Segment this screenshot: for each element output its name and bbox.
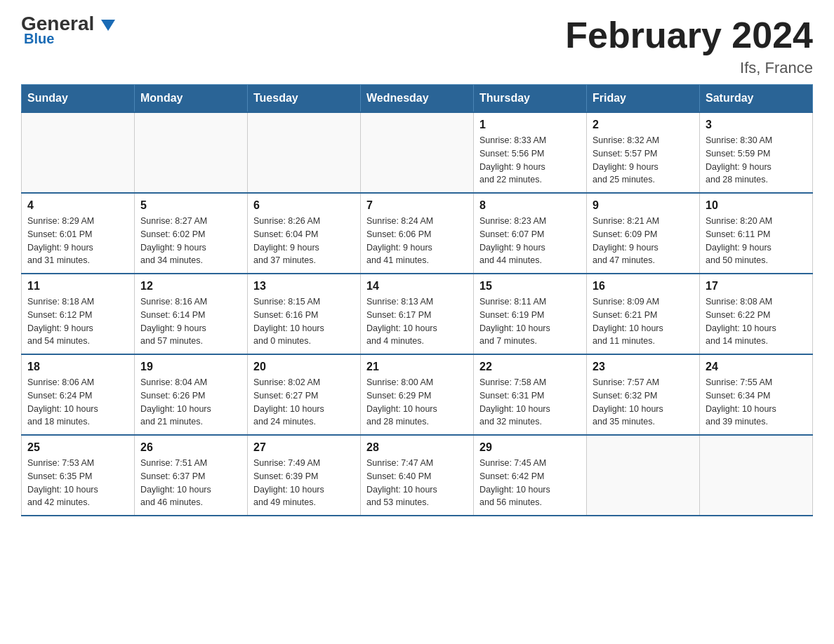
- calendar-cell: 15Sunrise: 8:11 AM Sunset: 6:19 PM Dayli…: [474, 274, 587, 354]
- calendar-cell: 16Sunrise: 8:09 AM Sunset: 6:21 PM Dayli…: [587, 274, 700, 354]
- title-area: February 2024 Ifs, France: [565, 14, 813, 77]
- calendar-cell: [700, 435, 813, 516]
- day-number: 10: [706, 199, 807, 212]
- day-number: 17: [706, 280, 807, 293]
- day-number: 15: [479, 280, 581, 293]
- day-info: Sunrise: 8:30 AM Sunset: 5:59 PM Dayligh…: [706, 134, 807, 187]
- week-row-4: 18Sunrise: 8:06 AM Sunset: 6:24 PM Dayli…: [22, 354, 813, 435]
- day-info: Sunrise: 8:27 AM Sunset: 6:02 PM Dayligh…: [140, 215, 241, 267]
- day-info: Sunrise: 8:09 AM Sunset: 6:21 PM Dayligh…: [593, 295, 694, 348]
- weekday-header-wednesday: Wednesday: [361, 85, 474, 113]
- weekday-header-friday: Friday: [587, 85, 700, 113]
- calendar-cell: [135, 112, 248, 193]
- calendar-cell: 25Sunrise: 7:53 AM Sunset: 6:35 PM Dayli…: [22, 435, 135, 516]
- day-number: 25: [27, 441, 128, 454]
- day-number: 22: [479, 361, 581, 373]
- day-number: 12: [140, 280, 241, 293]
- calendar-cell: [361, 112, 474, 193]
- calendar-cell: [248, 112, 361, 193]
- day-number: 13: [253, 280, 355, 293]
- page-header: General Blue February 2024 Ifs, France: [21, 14, 813, 77]
- calendar-cell: 4Sunrise: 8:29 AM Sunset: 6:01 PM Daylig…: [22, 193, 135, 274]
- calendar-cell: 9Sunrise: 8:21 AM Sunset: 6:09 PM Daylig…: [587, 193, 700, 274]
- calendar-cell: 20Sunrise: 8:02 AM Sunset: 6:27 PM Dayli…: [248, 354, 361, 435]
- weekday-header-sunday: Sunday: [22, 85, 135, 113]
- calendar-cell: 23Sunrise: 7:57 AM Sunset: 6:32 PM Dayli…: [587, 354, 700, 435]
- day-number: 2: [593, 119, 694, 131]
- calendar-table: SundayMondayTuesdayWednesdayThursdayFrid…: [21, 84, 813, 516]
- day-info: Sunrise: 8:13 AM Sunset: 6:17 PM Dayligh…: [366, 295, 468, 348]
- day-number: 20: [253, 361, 355, 373]
- calendar-cell: 18Sunrise: 8:06 AM Sunset: 6:24 PM Dayli…: [22, 354, 135, 435]
- calendar-cell: 1Sunrise: 8:33 AM Sunset: 5:56 PM Daylig…: [474, 112, 587, 193]
- week-row-2: 4Sunrise: 8:29 AM Sunset: 6:01 PM Daylig…: [22, 193, 813, 274]
- calendar-cell: [587, 435, 700, 516]
- day-number: 19: [140, 361, 241, 373]
- calendar-cell: 24Sunrise: 7:55 AM Sunset: 6:34 PM Dayli…: [700, 354, 813, 435]
- calendar-cell: 13Sunrise: 8:15 AM Sunset: 6:16 PM Dayli…: [248, 274, 361, 354]
- week-row-3: 11Sunrise: 8:18 AM Sunset: 6:12 PM Dayli…: [22, 274, 813, 354]
- day-info: Sunrise: 7:45 AM Sunset: 6:42 PM Dayligh…: [479, 457, 581, 509]
- day-number: 26: [140, 441, 241, 454]
- day-info: Sunrise: 8:26 AM Sunset: 6:04 PM Dayligh…: [253, 215, 355, 267]
- week-row-5: 25Sunrise: 7:53 AM Sunset: 6:35 PM Dayli…: [22, 435, 813, 516]
- day-info: Sunrise: 7:47 AM Sunset: 6:40 PM Dayligh…: [366, 457, 468, 509]
- day-info: Sunrise: 8:33 AM Sunset: 5:56 PM Dayligh…: [479, 134, 581, 187]
- day-number: 18: [27, 361, 128, 373]
- calendar-location: Ifs, France: [565, 59, 813, 77]
- weekday-header-row: SundayMondayTuesdayWednesdayThursdayFrid…: [22, 85, 813, 113]
- calendar-cell: 29Sunrise: 7:45 AM Sunset: 6:42 PM Dayli…: [474, 435, 587, 516]
- calendar-cell: 26Sunrise: 7:51 AM Sunset: 6:37 PM Dayli…: [135, 435, 248, 516]
- day-info: Sunrise: 7:57 AM Sunset: 6:32 PM Dayligh…: [593, 376, 694, 429]
- day-info: Sunrise: 8:08 AM Sunset: 6:22 PM Dayligh…: [706, 295, 807, 348]
- day-number: 24: [706, 361, 807, 373]
- day-number: 11: [27, 280, 128, 293]
- day-info: Sunrise: 8:04 AM Sunset: 6:26 PM Dayligh…: [140, 376, 241, 429]
- day-number: 16: [593, 280, 694, 293]
- day-number: 6: [253, 199, 355, 212]
- day-info: Sunrise: 8:24 AM Sunset: 6:06 PM Dayligh…: [366, 215, 468, 267]
- day-info: Sunrise: 8:00 AM Sunset: 6:29 PM Dayligh…: [366, 376, 468, 429]
- week-row-1: 1Sunrise: 8:33 AM Sunset: 5:56 PM Daylig…: [22, 112, 813, 193]
- calendar-cell: 5Sunrise: 8:27 AM Sunset: 6:02 PM Daylig…: [135, 193, 248, 274]
- day-number: 5: [140, 199, 241, 212]
- calendar-cell: 14Sunrise: 8:13 AM Sunset: 6:17 PM Dayli…: [361, 274, 474, 354]
- day-number: 3: [706, 119, 807, 131]
- day-number: 14: [366, 280, 468, 293]
- calendar-cell: 6Sunrise: 8:26 AM Sunset: 6:04 PM Daylig…: [248, 193, 361, 274]
- calendar-cell: 2Sunrise: 8:32 AM Sunset: 5:57 PM Daylig…: [587, 112, 700, 193]
- day-info: Sunrise: 8:06 AM Sunset: 6:24 PM Dayligh…: [27, 376, 128, 429]
- day-info: Sunrise: 8:23 AM Sunset: 6:07 PM Dayligh…: [479, 215, 581, 267]
- day-info: Sunrise: 8:32 AM Sunset: 5:57 PM Dayligh…: [593, 134, 694, 187]
- day-info: Sunrise: 8:11 AM Sunset: 6:19 PM Dayligh…: [479, 295, 581, 348]
- weekday-header-tuesday: Tuesday: [248, 85, 361, 113]
- day-number: 29: [479, 441, 581, 454]
- calendar-cell: 8Sunrise: 8:23 AM Sunset: 6:07 PM Daylig…: [474, 193, 587, 274]
- calendar-title: February 2024: [565, 14, 813, 56]
- day-info: Sunrise: 8:20 AM Sunset: 6:11 PM Dayligh…: [706, 215, 807, 267]
- day-info: Sunrise: 8:21 AM Sunset: 6:09 PM Dayligh…: [593, 215, 694, 267]
- calendar-cell: 12Sunrise: 8:16 AM Sunset: 6:14 PM Dayli…: [135, 274, 248, 354]
- day-info: Sunrise: 8:15 AM Sunset: 6:16 PM Dayligh…: [253, 295, 355, 348]
- day-number: 7: [366, 199, 468, 212]
- day-number: 9: [593, 199, 694, 212]
- logo-triangle-icon: [101, 20, 115, 31]
- day-info: Sunrise: 8:29 AM Sunset: 6:01 PM Dayligh…: [27, 215, 128, 267]
- day-number: 28: [366, 441, 468, 454]
- day-info: Sunrise: 7:55 AM Sunset: 6:34 PM Dayligh…: [706, 376, 807, 429]
- day-info: Sunrise: 8:02 AM Sunset: 6:27 PM Dayligh…: [253, 376, 355, 429]
- calendar-cell: 27Sunrise: 7:49 AM Sunset: 6:39 PM Dayli…: [248, 435, 361, 516]
- calendar-cell: 28Sunrise: 7:47 AM Sunset: 6:40 PM Dayli…: [361, 435, 474, 516]
- day-info: Sunrise: 8:16 AM Sunset: 6:14 PM Dayligh…: [140, 295, 241, 348]
- day-info: Sunrise: 7:53 AM Sunset: 6:35 PM Dayligh…: [27, 457, 128, 509]
- calendar-cell: [22, 112, 135, 193]
- day-number: 27: [253, 441, 355, 454]
- day-number: 1: [479, 119, 581, 131]
- calendar-cell: 17Sunrise: 8:08 AM Sunset: 6:22 PM Dayli…: [700, 274, 813, 354]
- calendar-cell: 7Sunrise: 8:24 AM Sunset: 6:06 PM Daylig…: [361, 193, 474, 274]
- day-number: 4: [27, 199, 128, 212]
- calendar-cell: 11Sunrise: 8:18 AM Sunset: 6:12 PM Dayli…: [22, 274, 135, 354]
- weekday-header-monday: Monday: [135, 85, 248, 113]
- svg-marker-0: [101, 20, 115, 31]
- day-info: Sunrise: 7:58 AM Sunset: 6:31 PM Dayligh…: [479, 376, 581, 429]
